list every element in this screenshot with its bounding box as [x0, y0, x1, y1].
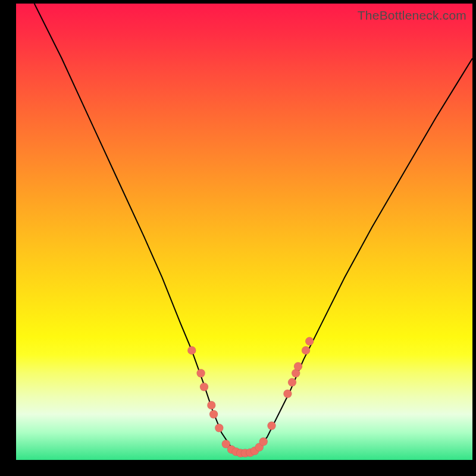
- data-point: [215, 424, 223, 432]
- data-points: [187, 337, 314, 458]
- plot-area: TheBottleneck.com: [16, 4, 472, 460]
- data-point: [288, 378, 296, 387]
- bottleneck-chart: [16, 4, 472, 460]
- data-point: [259, 437, 268, 446]
- data-point: [187, 346, 196, 355]
- data-point: [209, 410, 218, 418]
- data-point: [305, 337, 314, 346]
- data-point: [197, 369, 205, 377]
- bottleneck-curve: [35, 4, 472, 453]
- chart-frame: TheBottleneck.com: [0, 0, 476, 476]
- data-point: [283, 390, 292, 398]
- data-point: [207, 401, 215, 409]
- data-point: [268, 422, 276, 430]
- data-point: [200, 383, 208, 391]
- data-point: [302, 346, 310, 355]
- data-point: [294, 362, 302, 371]
